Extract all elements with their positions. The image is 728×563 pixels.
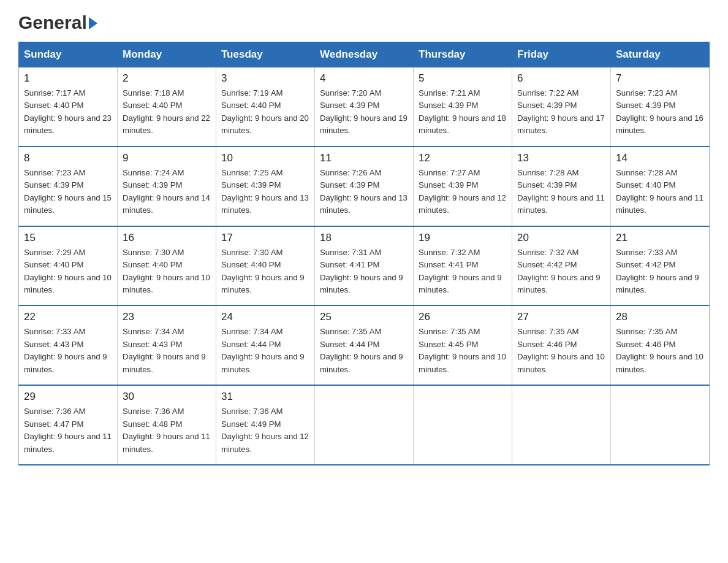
calendar-cell: 8Sunrise: 7:23 AMSunset: 4:39 PMDaylight… bbox=[19, 147, 118, 226]
day-info: Sunrise: 7:23 AMSunset: 4:39 PMDaylight:… bbox=[24, 168, 112, 215]
day-number: 30 bbox=[123, 391, 211, 403]
calendar-cell bbox=[611, 385, 710, 465]
header-saturday: Saturday bbox=[611, 42, 710, 67]
day-number: 31 bbox=[221, 391, 309, 403]
calendar-cell bbox=[512, 385, 611, 465]
day-number: 19 bbox=[419, 232, 507, 244]
calendar-cell: 13Sunrise: 7:28 AMSunset: 4:39 PMDayligh… bbox=[512, 147, 611, 226]
day-number: 24 bbox=[221, 311, 309, 323]
calendar-cell: 9Sunrise: 7:24 AMSunset: 4:39 PMDaylight… bbox=[118, 147, 216, 226]
calendar-cell: 10Sunrise: 7:25 AMSunset: 4:39 PMDayligh… bbox=[216, 147, 315, 226]
day-info: Sunrise: 7:33 AMSunset: 4:43 PMDaylight:… bbox=[24, 327, 107, 373]
day-info: Sunrise: 7:36 AMSunset: 4:48 PMDaylight:… bbox=[123, 407, 210, 453]
calendar-cell: 1Sunrise: 7:17 AMSunset: 4:40 PMDaylight… bbox=[19, 67, 118, 147]
calendar-cell: 17Sunrise: 7:30 AMSunset: 4:40 PMDayligh… bbox=[216, 226, 315, 306]
calendar-cell: 23Sunrise: 7:34 AMSunset: 4:43 PMDayligh… bbox=[118, 305, 216, 385]
day-number: 6 bbox=[517, 72, 605, 85]
calendar-cell: 21Sunrise: 7:33 AMSunset: 4:42 PMDayligh… bbox=[611, 226, 710, 306]
week-row-2: 8Sunrise: 7:23 AMSunset: 4:39 PMDaylight… bbox=[19, 147, 710, 226]
calendar-cell: 19Sunrise: 7:32 AMSunset: 4:41 PMDayligh… bbox=[414, 226, 512, 306]
day-number: 5 bbox=[419, 72, 507, 85]
week-row-3: 15Sunrise: 7:29 AMSunset: 4:40 PMDayligh… bbox=[19, 226, 710, 306]
day-info: Sunrise: 7:32 AMSunset: 4:41 PMDaylight:… bbox=[419, 248, 502, 294]
day-info: Sunrise: 7:31 AMSunset: 4:41 PMDaylight:… bbox=[320, 248, 403, 294]
logo-general: General bbox=[18, 12, 87, 33]
calendar-cell: 24Sunrise: 7:34 AMSunset: 4:44 PMDayligh… bbox=[216, 305, 315, 385]
calendar-cell: 6Sunrise: 7:22 AMSunset: 4:39 PMDaylight… bbox=[512, 67, 611, 147]
day-info: Sunrise: 7:19 AMSunset: 4:40 PMDaylight:… bbox=[221, 88, 309, 135]
calendar-cell: 20Sunrise: 7:32 AMSunset: 4:42 PMDayligh… bbox=[512, 226, 611, 306]
calendar-cell bbox=[315, 385, 414, 465]
day-number: 1 bbox=[24, 72, 112, 85]
day-number: 2 bbox=[123, 72, 211, 85]
header-thursday: Thursday bbox=[414, 42, 512, 67]
day-info: Sunrise: 7:18 AMSunset: 4:40 PMDaylight:… bbox=[123, 88, 210, 135]
calendar-cell: 5Sunrise: 7:21 AMSunset: 4:39 PMDaylight… bbox=[414, 67, 512, 147]
calendar-cell: 29Sunrise: 7:36 AMSunset: 4:47 PMDayligh… bbox=[19, 385, 118, 465]
day-number: 26 bbox=[419, 311, 507, 323]
day-info: Sunrise: 7:35 AMSunset: 4:46 PMDaylight:… bbox=[616, 327, 703, 373]
day-info: Sunrise: 7:30 AMSunset: 4:40 PMDaylight:… bbox=[123, 248, 210, 294]
day-info: Sunrise: 7:30 AMSunset: 4:40 PMDaylight:… bbox=[221, 248, 305, 294]
day-info: Sunrise: 7:17 AMSunset: 4:40 PMDaylight:… bbox=[24, 88, 112, 135]
calendar-cell: 2Sunrise: 7:18 AMSunset: 4:40 PMDaylight… bbox=[118, 67, 216, 147]
day-number: 23 bbox=[123, 311, 211, 323]
calendar-cell: 15Sunrise: 7:29 AMSunset: 4:40 PMDayligh… bbox=[19, 226, 118, 306]
day-info: Sunrise: 7:27 AMSunset: 4:39 PMDaylight:… bbox=[419, 168, 506, 215]
day-info: Sunrise: 7:36 AMSunset: 4:47 PMDaylight:… bbox=[24, 407, 112, 453]
calendar-cell: 25Sunrise: 7:35 AMSunset: 4:44 PMDayligh… bbox=[315, 305, 414, 385]
day-number: 9 bbox=[123, 152, 211, 164]
day-number: 16 bbox=[123, 232, 211, 244]
day-info: Sunrise: 7:34 AMSunset: 4:44 PMDaylight:… bbox=[221, 327, 305, 373]
day-number: 27 bbox=[517, 311, 605, 323]
header-wednesday: Wednesday bbox=[315, 42, 414, 67]
day-number: 25 bbox=[320, 311, 408, 323]
calendar-cell: 7Sunrise: 7:23 AMSunset: 4:39 PMDaylight… bbox=[611, 67, 710, 147]
day-info: Sunrise: 7:33 AMSunset: 4:42 PMDaylight:… bbox=[616, 248, 699, 294]
day-info: Sunrise: 7:26 AMSunset: 4:39 PMDaylight:… bbox=[320, 168, 408, 215]
header-sunday: Sunday bbox=[19, 42, 118, 67]
week-row-1: 1Sunrise: 7:17 AMSunset: 4:40 PMDaylight… bbox=[19, 67, 710, 147]
day-info: Sunrise: 7:25 AMSunset: 4:39 PMDaylight:… bbox=[221, 168, 309, 215]
day-number: 7 bbox=[616, 72, 704, 85]
calendar-cell: 22Sunrise: 7:33 AMSunset: 4:43 PMDayligh… bbox=[19, 305, 118, 385]
day-info: Sunrise: 7:28 AMSunset: 4:40 PMDaylight:… bbox=[616, 168, 703, 215]
day-number: 11 bbox=[320, 152, 408, 164]
calendar-cell bbox=[414, 385, 512, 465]
calendar-cell: 26Sunrise: 7:35 AMSunset: 4:45 PMDayligh… bbox=[414, 305, 512, 385]
day-info: Sunrise: 7:23 AMSunset: 4:39 PMDaylight:… bbox=[616, 88, 703, 135]
day-info: Sunrise: 7:32 AMSunset: 4:42 PMDaylight:… bbox=[517, 248, 601, 294]
day-info: Sunrise: 7:36 AMSunset: 4:49 PMDaylight:… bbox=[221, 407, 309, 453]
day-info: Sunrise: 7:20 AMSunset: 4:39 PMDaylight:… bbox=[320, 88, 408, 135]
calendar-table: SundayMondayTuesdayWednesdayThursdayFrid… bbox=[18, 42, 710, 465]
day-number: 18 bbox=[320, 232, 408, 244]
logo-triangle-icon bbox=[89, 17, 97, 29]
day-number: 14 bbox=[616, 152, 704, 164]
day-info: Sunrise: 7:35 AMSunset: 4:45 PMDaylight:… bbox=[419, 327, 506, 373]
day-number: 10 bbox=[221, 152, 309, 164]
calendar-cell: 30Sunrise: 7:36 AMSunset: 4:48 PMDayligh… bbox=[118, 385, 216, 465]
day-info: Sunrise: 7:34 AMSunset: 4:43 PMDaylight:… bbox=[123, 327, 206, 373]
day-number: 8 bbox=[24, 152, 112, 164]
day-info: Sunrise: 7:24 AMSunset: 4:39 PMDaylight:… bbox=[123, 168, 210, 215]
day-number: 4 bbox=[320, 72, 408, 85]
logo: General bbox=[18, 12, 97, 29]
calendar-cell: 11Sunrise: 7:26 AMSunset: 4:39 PMDayligh… bbox=[315, 147, 414, 226]
calendar-cell: 27Sunrise: 7:35 AMSunset: 4:46 PMDayligh… bbox=[512, 305, 611, 385]
week-row-4: 22Sunrise: 7:33 AMSunset: 4:43 PMDayligh… bbox=[19, 305, 710, 385]
day-number: 12 bbox=[419, 152, 507, 164]
day-info: Sunrise: 7:21 AMSunset: 4:39 PMDaylight:… bbox=[419, 88, 506, 135]
calendar-cell: 18Sunrise: 7:31 AMSunset: 4:41 PMDayligh… bbox=[315, 226, 414, 306]
calendar-header-row: SundayMondayTuesdayWednesdayThursdayFrid… bbox=[19, 42, 710, 67]
calendar-cell: 12Sunrise: 7:27 AMSunset: 4:39 PMDayligh… bbox=[414, 147, 512, 226]
calendar-cell: 28Sunrise: 7:35 AMSunset: 4:46 PMDayligh… bbox=[611, 305, 710, 385]
day-info: Sunrise: 7:29 AMSunset: 4:40 PMDaylight:… bbox=[24, 248, 112, 294]
day-number: 20 bbox=[517, 232, 605, 244]
day-number: 13 bbox=[517, 152, 605, 164]
day-info: Sunrise: 7:35 AMSunset: 4:44 PMDaylight:… bbox=[320, 327, 403, 373]
day-info: Sunrise: 7:22 AMSunset: 4:39 PMDaylight:… bbox=[517, 88, 605, 135]
header-monday: Monday bbox=[118, 42, 216, 67]
day-number: 15 bbox=[24, 232, 112, 244]
page-header: General bbox=[18, 12, 710, 29]
calendar-cell: 16Sunrise: 7:30 AMSunset: 4:40 PMDayligh… bbox=[118, 226, 216, 306]
